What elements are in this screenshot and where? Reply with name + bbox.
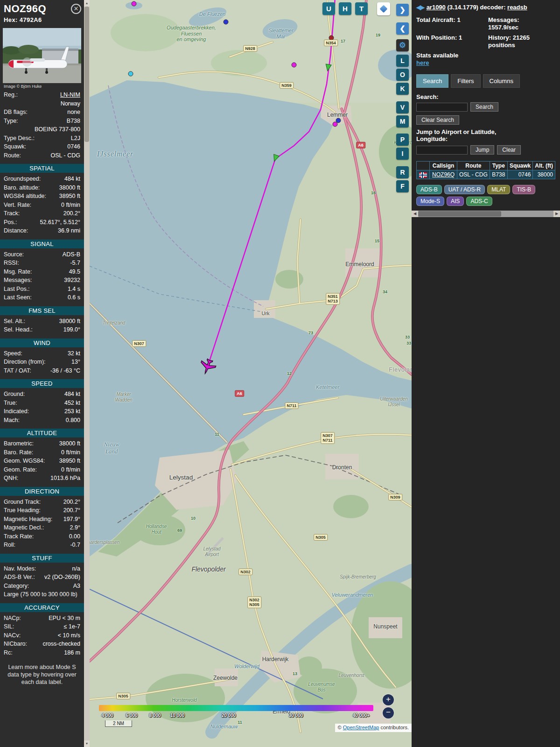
road-shield: A6 bbox=[235, 390, 244, 397]
data-row: Magnetic Decl.:2.9° bbox=[0, 523, 84, 532]
scrollbar-thumb[interactable] bbox=[418, 211, 501, 217]
map-mode-button[interactable]: H bbox=[339, 2, 351, 15]
minus-icon[interactable]: − bbox=[386, 708, 391, 717]
scroll-left-icon[interactable]: ◀ bbox=[412, 211, 418, 217]
map-canvas[interactable] bbox=[90, 0, 412, 747]
panel-tab[interactable]: Search bbox=[416, 74, 448, 88]
readsb-link[interactable]: readsb bbox=[507, 4, 527, 11]
row-label: NACp: bbox=[4, 614, 21, 622]
data-row: Track:200.2° bbox=[0, 209, 84, 218]
row-value: 38000 ft bbox=[42, 184, 80, 192]
row-label: QNH: bbox=[4, 474, 18, 482]
row-label: Msg. Rate: bbox=[4, 268, 32, 276]
map-toggle-button[interactable]: K bbox=[396, 83, 409, 95]
data-row: Speed:32 kt bbox=[0, 349, 84, 358]
row-value: 200.2° bbox=[22, 210, 80, 218]
jump-input[interactable] bbox=[416, 146, 468, 155]
source-filter-badge[interactable]: ADS-C bbox=[466, 197, 492, 206]
jump-label: Jump to Airport or Latitude, Longitude: bbox=[416, 128, 524, 142]
row-value: 0.800 bbox=[22, 416, 80, 424]
scrollbar-thumb[interactable] bbox=[84, 7, 89, 142]
data-row: Sel. Alt.:38000 ft bbox=[0, 317, 84, 326]
row-label: Squawk: bbox=[4, 143, 26, 151]
map-toggle-button[interactable]: M bbox=[396, 115, 409, 127]
column-header[interactable]: Callsign bbox=[430, 162, 457, 170]
column-header[interactable]: Type bbox=[490, 162, 507, 170]
row-value: 0 ft/min bbox=[36, 449, 80, 457]
jump-button[interactable]: Jump bbox=[470, 145, 494, 155]
search-input[interactable] bbox=[416, 103, 468, 112]
clear-search-button[interactable]: Clear Search bbox=[416, 115, 459, 125]
stats-block: Total Aircraft: 1 Messages:1557.9/sec Wi… bbox=[412, 12, 560, 67]
panel-tab[interactable]: Columns bbox=[483, 74, 520, 88]
row-value: n/a bbox=[39, 565, 80, 573]
osm-link[interactable]: OpenStreetMap bbox=[343, 725, 379, 730]
jump-clear-button[interactable]: Clear bbox=[497, 145, 521, 155]
map-toggle-button[interactable]: O bbox=[396, 69, 409, 81]
row-value: 38000 ft bbox=[36, 440, 80, 448]
panel-resize-icon[interactable]: ◀▶ bbox=[416, 4, 424, 11]
map-toggle-button[interactable]: P bbox=[396, 134, 409, 146]
aircraft-list-panel: ◀▶ ar1090 (3.14.1779) decoder: readsb To… bbox=[412, 0, 560, 747]
sidebar-scrollbar[interactable]: ▲ ▼ bbox=[84, 0, 90, 747]
map-toggle-button[interactable]: V bbox=[396, 101, 409, 113]
gear-icon[interactable]: ⚙ bbox=[399, 41, 406, 49]
panel-horizontal-scrollbar[interactable]: ◀ ▶ bbox=[412, 211, 560, 217]
data-row: Sel. Head.:199.0° bbox=[0, 325, 84, 334]
scroll-up-icon[interactable]: ▲ bbox=[84, 0, 90, 7]
scroll-down-icon[interactable]: ▼ bbox=[84, 740, 90, 747]
source-filter-badge[interactable]: Mode-S bbox=[416, 197, 444, 206]
data-row: True Heading:200.7° bbox=[0, 506, 84, 515]
row-label: Distance: bbox=[4, 227, 28, 235]
map-toggle-button[interactable]: I bbox=[396, 148, 409, 160]
map-toggle-button[interactable]: R bbox=[396, 166, 409, 178]
row-type: B738 bbox=[490, 170, 507, 179]
plus-icon[interactable]: + bbox=[386, 695, 391, 704]
norway-flag-icon bbox=[419, 172, 427, 178]
chevron-left-icon[interactable]: ❮ bbox=[399, 24, 406, 32]
source-filter-badge[interactable]: TIS-B bbox=[512, 185, 535, 194]
tar1090-link[interactable]: ar1090 bbox=[427, 4, 446, 11]
data-row: NACv:< 10 m/s bbox=[0, 631, 84, 640]
stats-here-link[interactable]: here bbox=[416, 59, 429, 66]
info-row: Type Desc.: L2J bbox=[0, 134, 84, 143]
chevron-right-icon[interactable]: ❯ bbox=[399, 6, 406, 14]
row-label: Ground: bbox=[4, 390, 25, 398]
column-header[interactable]: Route bbox=[457, 162, 490, 170]
map[interactable]: Oudegaasterbrekken, Fluessen en omgeving… bbox=[90, 0, 412, 747]
column-header[interactable]: Alt. (ft) bbox=[533, 162, 555, 170]
row-label: Messages: bbox=[4, 276, 32, 284]
column-header[interactable] bbox=[417, 162, 430, 170]
row-value: 0 ft/min bbox=[34, 201, 80, 209]
source-filter-badge[interactable]: AIS bbox=[447, 197, 464, 206]
row-value: OSL - CDG bbox=[24, 152, 80, 160]
data-row: Geom. WGS84:38950 ft bbox=[0, 457, 84, 465]
total-aircraft: Total Aircraft: 1 bbox=[416, 16, 486, 31]
source-filter-badge[interactable]: ADS-B bbox=[416, 185, 442, 194]
map-toggle-button[interactable]: L bbox=[396, 55, 409, 67]
aircraft-table: CallsignRouteTypeSquawkAlt. (ft) NOZ96Q … bbox=[416, 161, 555, 179]
row-value: 36.9 nmi bbox=[31, 227, 80, 235]
row-callsign[interactable]: NOZ96Q bbox=[432, 171, 455, 178]
scroll-right-icon[interactable]: ▶ bbox=[553, 211, 560, 217]
source-filter-badge[interactable]: MLAT bbox=[487, 185, 510, 194]
row-value: 186 m bbox=[15, 649, 80, 657]
panel-header: ◀▶ ar1090 (3.14.1779) decoder: readsb bbox=[412, 0, 560, 12]
source-filter-badge[interactable]: UAT / ADS-R bbox=[444, 185, 485, 194]
map-mode-button[interactable]: U bbox=[322, 2, 335, 15]
panel-tab[interactable]: Filters bbox=[451, 74, 480, 88]
row-value: 0.6 s bbox=[35, 294, 80, 302]
column-header[interactable]: Squawk bbox=[507, 162, 533, 170]
data-row: Magnetic Heading:197.9° bbox=[0, 515, 84, 524]
layer-switcher-button[interactable] bbox=[377, 2, 390, 15]
map-mode-button[interactable]: T bbox=[355, 2, 368, 15]
aircraft-row[interactable]: NOZ96Q OSL - CDG B738 0746 38000 bbox=[417, 170, 555, 179]
road-shield: N359 bbox=[280, 82, 294, 89]
row-value: ADS-B bbox=[27, 251, 80, 259]
road-shield: N351 N713 bbox=[326, 293, 340, 305]
map-toggle-button[interactable]: F bbox=[396, 180, 409, 192]
search-button[interactable]: Search bbox=[470, 102, 498, 112]
data-row: Groundspeed:484 kt bbox=[0, 175, 84, 183]
row-label: Last Pos.: bbox=[4, 285, 30, 293]
close-icon[interactable]: ✕ bbox=[71, 4, 81, 14]
